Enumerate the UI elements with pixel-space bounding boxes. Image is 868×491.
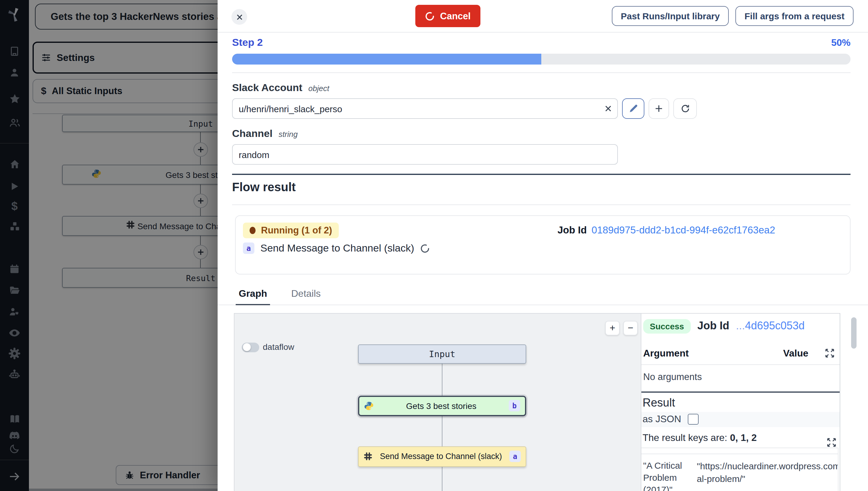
channel-input[interactable]	[232, 144, 618, 165]
section-divider	[232, 174, 850, 175]
close-button[interactable]	[231, 9, 247, 25]
divider	[232, 204, 850, 205]
edit-resource-button[interactable]	[622, 98, 644, 119]
tab-details[interactable]: Details	[288, 288, 324, 304]
graph-node-input[interactable]: Input	[358, 344, 526, 364]
value-header: Value	[783, 348, 808, 358]
result-keys-values: 0, 1, 2	[730, 432, 757, 442]
flow-connector	[442, 364, 442, 395]
step-id-badge: a	[243, 242, 254, 254]
job-id-link[interactable]: 0189d975-ddd2-b1cd-994f-e62cf1763ea2	[592, 224, 775, 236]
as-json-checkbox[interactable]	[688, 414, 699, 425]
slack-account-input[interactable]	[232, 98, 618, 119]
drawer-header: Cancel Past Runs/Input library Fill args…	[218, 0, 868, 33]
running-dot-icon	[250, 227, 255, 234]
cancel-button[interactable]: Cancel	[415, 5, 480, 27]
expand-icon[interactable]	[827, 437, 837, 447]
step-label: Step 2	[232, 37, 263, 49]
result-section-title: Result	[643, 396, 840, 409]
result-tabs: Graph Details	[218, 288, 868, 305]
as-json-label: as JSON	[643, 414, 681, 425]
spinner-icon	[425, 11, 435, 21]
slack-icon	[364, 452, 373, 461]
expand-icon[interactable]	[825, 348, 835, 358]
table-row[interactable]: "A Critical Problem (2017)" "https://nuc…	[641, 454, 838, 491]
plus-icon	[654, 104, 664, 113]
zoom-out-button[interactable]: −	[623, 321, 638, 335]
result-value: "https://nucleardiner.wordpress.com/2017…	[697, 459, 838, 486]
as-json-row: as JSON	[641, 412, 840, 427]
close-icon	[236, 13, 243, 21]
dataflow-label: dataflow	[263, 342, 294, 351]
refresh-button[interactable]	[673, 98, 697, 119]
field-label-channel: Channel	[232, 128, 273, 140]
flow-connector	[442, 467, 442, 491]
job-id-label: Job Id	[558, 224, 587, 236]
field-type: object	[308, 84, 329, 93]
heavy-divider	[641, 391, 840, 393]
job-id-label: Job Id	[698, 320, 730, 333]
node-id-badge: b	[509, 400, 520, 411]
step-spinner-icon	[420, 243, 430, 253]
flow-result-title: Flow result	[232, 180, 850, 194]
dataflow-toggle[interactable]	[242, 342, 259, 352]
current-step-label: Send Message to Channel (slack)	[260, 242, 414, 254]
field-label-slack-account: Slack Account	[232, 82, 302, 94]
python-icon	[364, 401, 374, 410]
field-type: string	[278, 130, 298, 139]
no-arguments-text: No arguments	[643, 371, 840, 382]
graph-node-step-b[interactable]: Gets 3 best stories b	[358, 395, 526, 416]
flow-connector	[442, 416, 442, 446]
running-badge: Running (1 of 2)	[243, 222, 339, 238]
progress-bar	[232, 54, 850, 64]
table-header-row	[641, 447, 838, 454]
app-root: $	[0, 0, 868, 491]
drawer-body: Step 2 50% Slack Account object	[218, 37, 868, 491]
result-key: "A Critical Problem (2017)"	[641, 454, 695, 491]
node-id-badge: a	[509, 451, 521, 462]
run-graph-pane: dataflow + − Input Gets 3 best stories	[234, 313, 641, 491]
zoom-in-button[interactable]: +	[605, 321, 620, 335]
progress-fill	[232, 54, 541, 64]
refresh-icon	[680, 104, 690, 113]
job-detail-panel: Success Job Id ...4d695c053d Argument Va…	[641, 313, 840, 491]
add-resource-button[interactable]	[649, 98, 669, 119]
result-table: "A Critical Problem (2017)" "https://nuc…	[641, 447, 838, 491]
flow-run-drawer: Cancel Past Runs/Input library Fill args…	[218, 0, 868, 491]
progress-percent: 50%	[831, 37, 850, 48]
pencil-icon	[628, 104, 638, 113]
job-id-short-link[interactable]: 4d695c053d	[745, 320, 805, 333]
graph-region: dataflow + − Input Gets 3 best stories	[234, 313, 868, 491]
past-runs-button[interactable]: Past Runs/Input library	[612, 6, 729, 26]
clear-icon[interactable]	[604, 104, 613, 113]
result-keys-text: The result keys are: 0, 1, 2	[643, 432, 840, 443]
divider	[641, 364, 840, 365]
graph-node-step-a[interactable]: Send Message to Channel (slack) a	[358, 446, 526, 467]
modal-overlay[interactable]	[0, 0, 218, 491]
tab-graph[interactable]: Graph	[236, 288, 270, 305]
divider	[232, 73, 850, 73]
fill-args-button[interactable]: Fill args from a request	[735, 6, 854, 26]
scrollbar-thumb[interactable]	[851, 317, 857, 349]
argument-header: Argument	[643, 348, 689, 358]
job-status-card: Running (1 of 2) Job Id 0189d975-ddd2-b1…	[235, 215, 850, 274]
success-badge: Success	[643, 319, 691, 333]
